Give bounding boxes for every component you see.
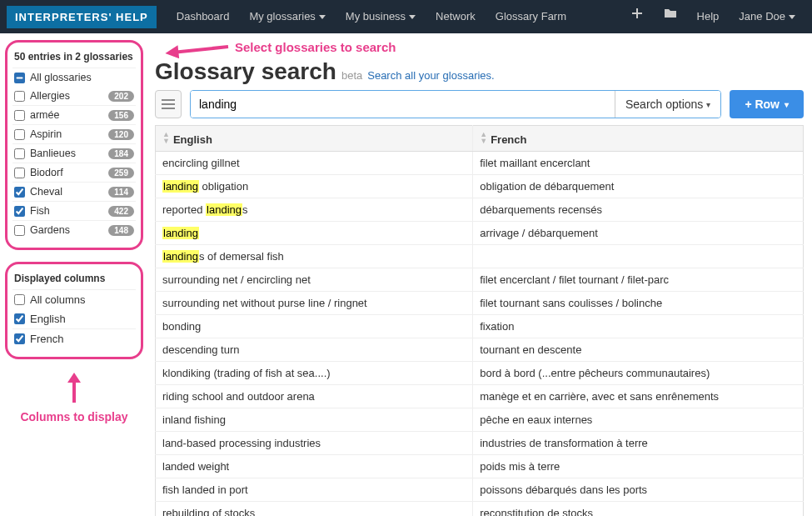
cell-english: surrounding net without purse line / rin…: [156, 292, 473, 315]
cell-french: poissons débarqués dans les ports: [473, 478, 804, 502]
cell-english: klondiking (trading of fish at sea....): [156, 362, 473, 385]
nav-user-label: Jane Doe: [739, 10, 785, 23]
glossary-count-badge: 422: [108, 206, 134, 217]
glossary-checkbox[interactable]: [14, 110, 25, 121]
cell-english: surrounding net / encircling net: [156, 268, 473, 292]
glossary-count-badge: 120: [108, 129, 134, 140]
chevron-down-icon: [319, 15, 326, 19]
table-row[interactable]: klondiking (trading of fish at sea....)b…: [156, 362, 804, 385]
glossary-row[interactable]: Aspirin120: [12, 124, 136, 143]
table-row[interactable]: landed weightpoids mis à terre: [156, 455, 804, 478]
beta-label: beta: [341, 69, 362, 82]
table-row[interactable]: reported landingsdébarquements recensés: [156, 198, 804, 222]
nav-help[interactable]: Help: [687, 0, 730, 33]
all-glossaries-row[interactable]: All glossaries: [12, 68, 136, 87]
cell-english: landings of demersal fish: [156, 245, 473, 268]
table-row[interactable]: riding school and outdoor arenamanège et…: [156, 385, 804, 408]
column-checkbox[interactable]: [14, 333, 25, 344]
cell-english: landed weight: [156, 455, 473, 478]
glossary-row[interactable]: armée156: [12, 105, 136, 124]
highlight: landing: [162, 180, 199, 193]
column-checkbox[interactable]: [14, 313, 25, 324]
table-row[interactable]: fish landed in portpoissons débarqués da…: [156, 478, 804, 502]
table-row[interactable]: encircling gillnetfilet maillant encercl…: [156, 152, 804, 175]
chevron-down-icon: [789, 15, 795, 19]
folder-button[interactable]: [654, 0, 687, 33]
all-columns-checkbox[interactable]: [14, 294, 25, 305]
table-row[interactable]: surrounding net / encircling netfilet en…: [156, 268, 804, 292]
table-row[interactable]: inland fishingpêche en eaux internes: [156, 408, 804, 432]
all-columns-row[interactable]: All columns: [12, 289, 136, 309]
cell-english: landing obligation: [156, 175, 473, 198]
highlight: landing: [162, 227, 199, 239]
glossary-checkbox[interactable]: [14, 129, 25, 140]
cell-french: débarquements recensés: [473, 198, 804, 222]
nav-network[interactable]: Network: [426, 0, 486, 33]
brand-logo[interactable]: INTERPRETERS' HELP: [7, 6, 157, 28]
table-row[interactable]: landingarrivage / débarquement: [156, 222, 804, 245]
search-group: Search options ▾: [190, 90, 721, 118]
glossary-label: Cheval: [30, 186, 108, 198]
cell-french: fixation: [473, 315, 804, 338]
glossary-checkbox[interactable]: [14, 148, 25, 159]
list-view-toggle[interactable]: [155, 90, 182, 118]
table-row[interactable]: surrounding net without purse line / rin…: [156, 292, 804, 315]
folder-icon: [664, 7, 677, 20]
glossary-checkbox[interactable]: [14, 225, 25, 236]
glossary-count-badge: 156: [108, 110, 134, 121]
cell-french: filet encerclant / filet tournant / file…: [473, 268, 804, 292]
glossary-row[interactable]: Cheval114: [12, 182, 136, 201]
cell-french: pêche en eaux internes: [473, 408, 804, 432]
glossary-row[interactable]: Fish422: [12, 201, 136, 220]
glossary-label: armée: [30, 109, 108, 121]
table-row[interactable]: landings of demersal fish: [156, 245, 804, 268]
table-row[interactable]: landing obligationobligation de débarque…: [156, 175, 804, 198]
col-header-french[interactable]: ▲▼French: [473, 126, 804, 152]
cell-french: obligation de débarquement: [473, 175, 804, 198]
nav-my-glossaries[interactable]: My glossaries: [239, 0, 335, 33]
cell-french: filet maillant encerclant: [473, 152, 804, 175]
annotation-arrow-left-icon: [163, 38, 230, 58]
glossary-label: Allergies: [30, 90, 108, 102]
title-link[interactable]: Search all your glossaries.: [367, 69, 494, 82]
glossary-label: Biodorf: [30, 167, 108, 178]
col-header-english[interactable]: ▲▼English: [156, 126, 473, 152]
table-row[interactable]: rebuilding of stocksreconstitution de st…: [156, 502, 804, 517]
annotation-select-glossaries: Select glossaries to search: [235, 40, 396, 54]
add-button[interactable]: [620, 0, 654, 33]
glossary-row[interactable]: Gardens148: [12, 220, 136, 239]
glossary-checkbox[interactable]: [14, 206, 25, 217]
nav-my-business[interactable]: My business: [336, 0, 426, 33]
annotation-arrow-up-icon: [5, 371, 143, 405]
nav-user[interactable]: Jane Doe: [729, 0, 805, 33]
search-input[interactable]: [191, 91, 615, 118]
glossary-row[interactable]: Banlieues184: [12, 143, 136, 163]
glossary-row[interactable]: Biodorf259: [12, 163, 136, 182]
glossary-checkbox[interactable]: [14, 168, 25, 178]
chevron-down-icon: [409, 15, 416, 19]
cell-french: filet tournant sans coulisses / bolinche: [473, 292, 804, 315]
highlight: landing: [162, 250, 199, 263]
glossary-count-badge: 148: [108, 225, 134, 236]
glossary-row[interactable]: Allergies202: [12, 87, 136, 105]
glossary-checkbox[interactable]: [14, 187, 25, 198]
column-row[interactable]: English: [12, 309, 136, 328]
table-row[interactable]: land-based processing industriesindustri…: [156, 432, 804, 455]
add-row-label: + Row: [745, 98, 780, 111]
all-glossaries-checkbox[interactable]: [14, 73, 25, 83]
page-title: Glossary search: [155, 58, 336, 85]
top-navbar: INTERPRETERS' HELP Dashboard My glossari…: [0, 0, 812, 33]
table-row[interactable]: bondingfixation: [156, 315, 804, 338]
sort-icon: ▲▼: [480, 131, 487, 144]
table-row[interactable]: descending turntournant en descente: [156, 338, 804, 362]
column-row[interactable]: French: [12, 328, 136, 348]
cell-english: land-based processing industries: [156, 432, 473, 455]
search-options-button[interactable]: Search options ▾: [615, 91, 720, 118]
nav-dashboard[interactable]: Dashboard: [167, 0, 240, 33]
cell-french: reconstitution de stocks: [473, 502, 804, 517]
cell-french: manège et en carrière, avec et sans enrê…: [473, 385, 804, 408]
nav-glossary-farm[interactable]: Glossary Farm: [486, 0, 576, 33]
glossary-checkbox[interactable]: [14, 91, 25, 102]
add-row-button[interactable]: + Row ▾: [730, 90, 804, 118]
results-table: ▲▼English ▲▼French encircling gillnetfil…: [155, 125, 804, 516]
